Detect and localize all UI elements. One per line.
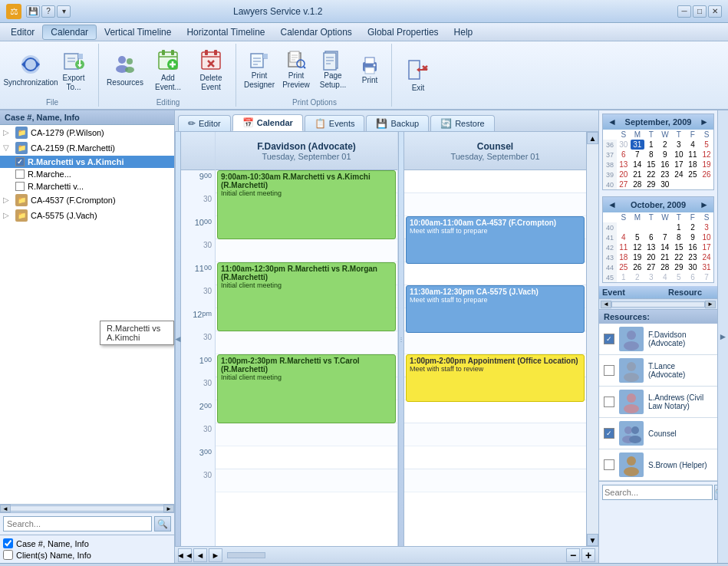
day-sep21[interactable]: 21 [631,169,644,179]
day-sep7[interactable]: 7 [631,150,644,160]
event-counsel-2[interactable]: 11:30am-12:30pm CA-5575 (J.Vach) Meet wi… [406,285,585,333]
oct-nov6[interactable]: 6 [686,272,700,282]
day-sep23[interactable]: 23 [658,169,672,179]
tab-restore[interactable]: 🔄 Restore [430,115,495,131]
resource-fdavidson-check[interactable]: ✓ [604,334,614,344]
mini-cal-prev-btn[interactable]: ◄ [606,116,618,128]
nav-first-btn[interactable]: ◄◄ [178,548,192,562]
sub-item-rmarche3[interactable]: R.Marchetti v... [0,180,174,193]
day-sep16[interactable]: 16 [658,160,672,169]
menu-calendar[interactable]: Calendar [42,25,97,40]
case-item-ca1279[interactable]: ▷ 📁 CA-1279 (P.Wilson) [0,125,174,140]
day-sep22[interactable]: 22 [644,169,658,179]
menu-horizontal-timeline[interactable]: Horizontal Timeline [179,25,272,40]
day-sep19[interactable]: 19 [700,160,713,169]
oct-day19[interactable]: 19 [631,252,644,262]
day-sep27[interactable]: 27 [617,179,631,189]
maximize-btn[interactable]: □ [693,5,707,18]
right-collapse-handle[interactable]: ► [717,110,728,563]
oct-day11[interactable]: 11 [617,242,631,252]
oct-day2[interactable]: 2 [686,222,700,232]
oct-day16[interactable]: 16 [686,242,700,252]
right-search-input[interactable] [602,485,713,500]
print-designer-button[interactable]: Print Designer [242,47,276,93]
resource-landrews-check[interactable] [604,397,614,407]
page-setup-button[interactable]: Page Setup... [316,47,350,93]
quick-dropdown-btn[interactable]: ▾ [57,5,71,18]
oct-nov5[interactable]: 5 [672,272,686,282]
oct-day8[interactable]: 8 [672,232,686,242]
case-item-ca2159[interactable]: ▽ 📁 CA-2159 (R.Marchetti) [0,140,174,156]
oct-day23[interactable]: 23 [686,252,700,262]
checkbox-rmarche2[interactable] [15,169,25,179]
sync-button[interactable]: Synchronization [11,49,51,90]
print-button[interactable]: Print [353,51,387,88]
scroll-left-btn[interactable]: ◄ [0,505,11,512]
day-sep6[interactable]: 6 [617,150,631,160]
event-counsel-3[interactable]: 1:00pm-2:00pm Appointment (Office Locati… [406,354,585,402]
menu-vertical-timeline[interactable]: Vertical Timeline [97,25,179,40]
day-sep24[interactable]: 24 [672,169,686,179]
day-sep12[interactable]: 12 [700,150,713,160]
left-collapse-handle[interactable]: ◄ [175,132,181,546]
oct-day15[interactable]: 15 [672,242,686,252]
tab-events[interactable]: 📋 Events [305,115,365,131]
oct-day18[interactable]: 18 [617,252,631,262]
resource-tlance-check[interactable] [604,365,614,376]
search-input[interactable] [3,516,152,531]
oct-day17[interactable]: 17 [700,242,713,252]
day-sep14[interactable]: 14 [631,160,644,169]
oct-day4[interactable]: 4 [617,232,631,242]
print-preview-button[interactable]: Print Preview [279,47,313,93]
checkbox-rmarche3[interactable] [15,182,25,191]
right-hscrollbar[interactable]: ◄ ► [599,298,717,309]
oct-day22[interactable]: 22 [672,252,686,262]
mini-cal-oct-next-btn[interactable]: ► [698,199,710,211]
mini-cal-oct-prev-btn[interactable]: ◄ [606,199,618,211]
case-item-ca5575[interactable]: ▷ 📁 CA-5575 (J.Vach) [0,208,174,223]
day-sep15[interactable]: 15 [644,160,658,169]
day-sep4[interactable]: 4 [686,140,700,150]
tab-backup[interactable]: 💾 Backup [366,115,429,131]
cal-vscrollbar[interactable]: ▲ ▼ [586,132,598,546]
delete-event-button[interactable]: Delete Event [191,44,231,95]
oct-day7[interactable]: 7 [658,232,672,242]
menu-editor[interactable]: Editor [3,25,42,40]
exit-button[interactable]: Exit [398,54,438,96]
quick-save-btn[interactable]: 💾 [26,5,40,18]
oct-day25[interactable]: 25 [617,262,631,272]
day-sep5[interactable]: 5 [700,140,713,150]
minimize-btn[interactable]: ─ [677,5,691,18]
day-sep10[interactable]: 10 [672,150,686,160]
filter-case-checkbox[interactable] [3,538,13,548]
tab-calendar[interactable]: 📅 Calendar [232,114,303,131]
event-fdavidson-3[interactable]: 1:00pm-2:30pm R.Marchetti vs T.Carol (R.… [217,354,396,423]
oct-day24[interactable]: 24 [700,252,713,262]
left-scrollbar[interactable]: ◄ ► [0,504,174,513]
oct-day29[interactable]: 29 [672,262,686,272]
scroll-down-btn[interactable]: ▼ [587,534,598,546]
oct-nov3[interactable]: 3 [644,272,658,282]
day-sep18[interactable]: 18 [686,160,700,169]
day-aug30[interactable]: 30 [617,140,631,150]
menu-calendar-options[interactable]: Calendar Options [272,25,359,40]
oct-day14[interactable]: 14 [658,242,672,252]
event-fdavidson-1[interactable]: 9:00am-10:30am R.Marchetti vs A.Kimchi (… [217,170,396,239]
right-scroll-left[interactable]: ◄ [601,301,611,308]
oct-day26[interactable]: 26 [631,262,644,272]
zoom-minus-btn[interactable]: − [566,548,580,562]
resources-button[interactable]: Resources [105,49,145,90]
oct-day31[interactable]: 31 [700,262,713,272]
sub-item-rmarche2[interactable]: R.Marche... [0,168,174,180]
export-button[interactable]: Export To... [54,44,94,95]
event-fdavidson-2[interactable]: 11:00am-12:30pm R.Marchetti vs R.Morgan … [217,262,396,331]
nav-next-btn[interactable]: ► [209,548,222,562]
day-sep29[interactable]: 29 [644,179,658,189]
col-resize-handle[interactable]: ⋮ [398,132,404,546]
add-event-button[interactable]: Add Event... [148,44,188,95]
day-sep30[interactable]: 30 [658,179,672,189]
day-sep26[interactable]: 26 [700,169,713,179]
menu-global-properties[interactable]: Global Properties [360,25,446,40]
zoom-plus-btn[interactable]: + [581,548,595,562]
oct-day13[interactable]: 13 [644,242,658,252]
